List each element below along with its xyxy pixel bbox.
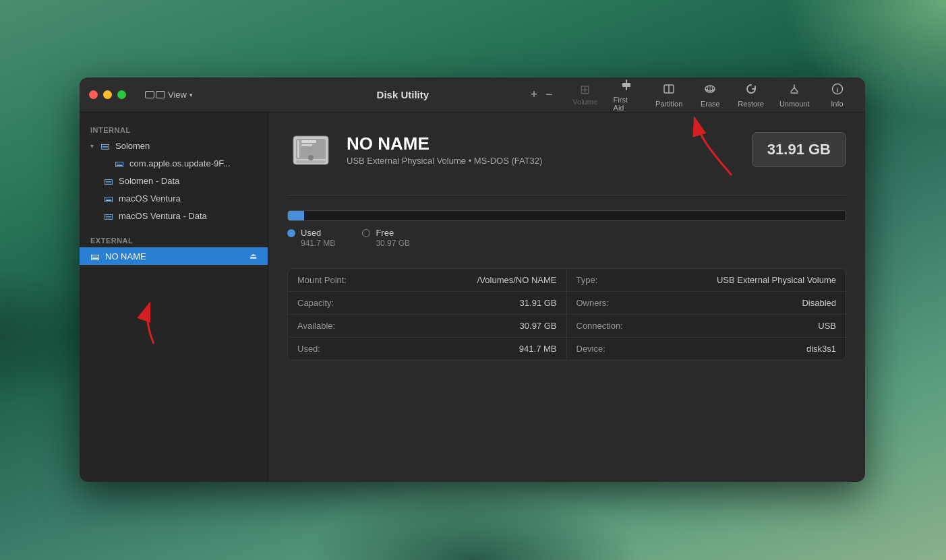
details-grid: Mount Point: /Volumes/NO NAME Capacity: … [287, 268, 846, 361]
capacity-label: Capacity: [297, 298, 334, 308]
sidebar-item-label-update: com.apple.os.update-9F... [129, 158, 231, 168]
disk-size-badge: 31.91 GB [752, 132, 846, 167]
internal-section-label: Internal [80, 121, 268, 137]
first-aid-button[interactable]: First Aid [607, 77, 647, 115]
used-detail-label: Used: [297, 344, 320, 354]
used-legend-item: Used 941.7 MB [287, 228, 335, 248]
traffic-lights [89, 90, 126, 99]
volume-button[interactable]: ⊞ Volume [566, 81, 604, 108]
volume-label: Volume [572, 98, 597, 106]
detail-row-mount: Mount Point: /Volumes/NO NAME [288, 269, 566, 292]
sidebar-item-label-ventura: macOS Ventura [119, 193, 181, 204]
erase-label: Erase [701, 100, 720, 108]
type-value: USB External Physical Volume [717, 275, 836, 285]
details-left-col: Mount Point: /Volumes/NO NAME Capacity: … [288, 269, 567, 360]
unmount-label: Unmount [779, 100, 810, 108]
detail-row-used: Used: 941.7 MB [288, 338, 566, 360]
mount-label: Mount Point: [297, 275, 347, 285]
available-label: Available: [297, 321, 335, 331]
type-label: Type: [577, 275, 598, 285]
disk-icon-update: 🖴 [115, 158, 124, 168]
sidebar-item-label-sdata: Solomen - Data [119, 176, 179, 186]
expand-arrow-icon: ▾ [90, 142, 94, 150]
restore-icon [744, 82, 758, 98]
disk-thumbnail [287, 126, 334, 173]
owners-value: Disabled [802, 298, 836, 308]
used-legend-text: Used 941.7 MB [301, 228, 335, 248]
titlebar-left: View ▾ [89, 90, 278, 100]
sidebar-item-macos-ventura[interactable]: 🖴 macOS Ventura [80, 189, 268, 207]
used-value: 941.7 MB [301, 239, 335, 248]
detail-row-type: Type: USB External Physical Volume [567, 269, 846, 292]
disk-header: NO NAME USB External Physical Volume • M… [287, 126, 846, 173]
titlebar: View ▾ Disk Utility + − ⊞ Volume [80, 77, 865, 113]
svg-point-11 [308, 155, 314, 160]
sidebar-item-label-ventura-data: macOS Ventura - Data [119, 211, 207, 221]
disk-info: NO NAME USB External Physical Volume • M… [347, 133, 740, 166]
svg-text:i: i [836, 86, 838, 93]
detail-row-available: Available: 30.97 GB [288, 315, 566, 338]
detail-row-owners: Owners: Disabled [567, 292, 846, 315]
main-content: NO NAME USB External Physical Volume • M… [268, 113, 865, 482]
disk-utility-window: View ▾ Disk Utility + − ⊞ Volume [80, 77, 865, 482]
mount-value: /Volumes/NO NAME [477, 275, 557, 285]
connection-value: USB [818, 321, 836, 331]
disk-icon-sdata: 🖴 [104, 175, 113, 186]
minimize-button[interactable] [103, 90, 112, 99]
partition-icon [662, 82, 676, 98]
owners-label: Owners: [577, 298, 609, 308]
detail-row-device: Device: disk3s1 [567, 338, 846, 360]
svg-rect-12 [297, 140, 299, 158]
details-right-col: Type: USB External Physical Volume Owner… [567, 269, 846, 360]
view-button[interactable]: View ▾ [145, 90, 193, 100]
toolbar: + − ⊞ Volume First Aid [528, 77, 856, 115]
external-section-label: External [80, 231, 268, 247]
eject-icon: ⏏ [249, 251, 257, 261]
app-title: Disk Utility [377, 89, 430, 100]
sidebar-item-label-solomen: Solomen [115, 141, 150, 151]
erase-icon [703, 82, 717, 98]
usage-bar-fill [288, 211, 304, 220]
free-label: Free [376, 228, 410, 238]
disk-icon-noname: 🖴 [90, 251, 100, 261]
sidebar: Internal ▾ 🖴 Solomen 🖴 com.apple.os.upda… [80, 113, 268, 482]
disk-subtitle: USB External Physical Volume • MS-DOS (F… [347, 156, 740, 166]
view-icon [145, 91, 165, 98]
sidebar-item-solomen-data[interactable]: 🖴 Solomen - Data [80, 172, 268, 189]
restore-button[interactable]: Restore [732, 80, 771, 111]
volume-icon: ⊞ [580, 84, 590, 96]
used-detail-value: 941.7 MB [519, 344, 557, 354]
unmount-button[interactable]: Unmount [773, 80, 816, 111]
sidebar-item-no-name[interactable]: 🖴 NO NAME ⏏ [80, 247, 268, 265]
device-label: Device: [577, 344, 605, 354]
unmount-icon [788, 82, 801, 98]
usage-legend: Used 941.7 MB Free 30.97 GB [287, 228, 846, 248]
sidebar-item-apple-update[interactable]: 🖴 com.apple.os.update-9F... [80, 154, 268, 172]
add-remove-controls: + − [528, 86, 556, 103]
sidebar-item-macos-ventura-data[interactable]: 🖴 macOS Ventura - Data [80, 207, 268, 224]
view-label: View [168, 90, 187, 100]
svg-rect-13 [301, 140, 316, 143]
add-button[interactable]: + [528, 86, 541, 103]
close-button[interactable] [89, 90, 98, 99]
disk-icon-ventura-data: 🖴 [104, 210, 113, 221]
titlebar-center: Disk Utility [278, 89, 528, 100]
free-legend-text: Free 30.97 GB [376, 228, 410, 248]
erase-button[interactable]: Erase [692, 80, 729, 111]
info-label: Info [831, 100, 843, 108]
remove-button[interactable]: − [543, 86, 556, 103]
svg-rect-10 [296, 160, 326, 163]
sidebar-item-label-noname: NO NAME [105, 251, 146, 261]
window-body: Internal ▾ 🖴 Solomen 🖴 com.apple.os.upda… [80, 113, 865, 482]
sidebar-item-solomen-parent[interactable]: ▾ 🖴 Solomen [80, 137, 268, 154]
info-button[interactable]: i Info [819, 80, 856, 111]
disk-name: NO NAME [347, 133, 740, 154]
divider-1 [287, 195, 846, 195]
partition-button[interactable]: Partition [649, 80, 688, 111]
usage-bar [287, 210, 846, 221]
svg-rect-14 [301, 144, 312, 146]
restore-label: Restore [738, 100, 764, 108]
disk-icon-ventura: 🖴 [104, 193, 113, 204]
maximize-button[interactable] [117, 90, 126, 99]
detail-row-capacity: Capacity: 31.91 GB [288, 292, 566, 315]
